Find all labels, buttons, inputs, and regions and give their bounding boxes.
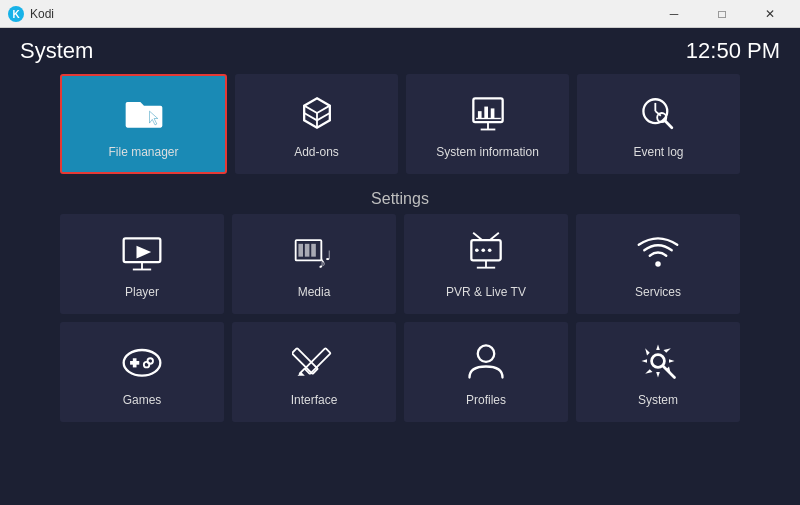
svg-point-32 (481, 248, 485, 252)
system-settings-label: System (638, 393, 678, 407)
tile-games[interactable]: Games (60, 322, 224, 422)
main-content: File manager Add-ons (0, 74, 800, 505)
profiles-label: Profiles (466, 393, 506, 407)
player-icon (118, 229, 166, 277)
svg-point-44 (478, 345, 495, 362)
pvr-icon (462, 229, 510, 277)
svg-text:♩: ♩ (325, 248, 331, 263)
svg-rect-23 (311, 244, 316, 257)
svg-point-33 (488, 248, 492, 252)
kodi-icon: K (8, 6, 24, 22)
svg-marker-19 (137, 246, 152, 259)
svg-rect-8 (484, 107, 488, 119)
games-icon (118, 337, 166, 385)
svg-point-34 (655, 261, 661, 267)
svg-rect-37 (133, 358, 137, 367)
event-log-icon (635, 89, 683, 137)
maximize-button[interactable]: □ (700, 0, 744, 28)
profiles-icon (462, 337, 510, 385)
tile-add-ons[interactable]: Add-ons (235, 74, 398, 174)
svg-rect-22 (305, 244, 310, 257)
svg-point-35 (124, 350, 161, 376)
titlebar-app-name: Kodi (30, 7, 54, 21)
system-info-icon (464, 89, 512, 137)
tile-interface[interactable]: Interface (232, 322, 396, 422)
tile-pvr-live-tv[interactable]: PVR & Live TV (404, 214, 568, 314)
tile-system-information[interactable]: System information (406, 74, 569, 174)
svg-rect-9 (490, 108, 494, 118)
svg-point-39 (144, 362, 150, 368)
app-area: System 12:50 PM File manager (0, 28, 800, 505)
settings-section-title: Settings (60, 182, 740, 214)
add-ons-label: Add-ons (294, 145, 339, 159)
close-button[interactable]: ✕ (748, 0, 792, 28)
tile-media[interactable]: ♪ ♩ Media (232, 214, 396, 314)
settings-grid: Player ♪ ♩ Media (60, 214, 740, 422)
tile-file-manager[interactable]: File manager (60, 74, 227, 174)
system-information-label: System information (436, 145, 539, 159)
event-log-label: Event log (633, 145, 683, 159)
file-manager-icon (120, 89, 168, 137)
system-settings-icon (634, 337, 682, 385)
media-icon: ♪ ♩ (290, 229, 338, 277)
svg-point-31 (475, 248, 479, 252)
tile-profiles[interactable]: Profiles (404, 322, 568, 422)
tile-services[interactable]: Services (576, 214, 740, 314)
top-tiles-row: File manager Add-ons (60, 74, 740, 174)
services-label: Services (635, 285, 681, 299)
services-icon (634, 229, 682, 277)
svg-marker-43 (298, 372, 305, 376)
file-manager-label: File manager (108, 145, 178, 159)
player-label: Player (125, 285, 159, 299)
tile-player[interactable]: Player (60, 214, 224, 314)
page-title: System (20, 38, 93, 64)
svg-text:K: K (12, 9, 20, 20)
title-bar: K Kodi ─ □ ✕ (0, 0, 800, 28)
add-ons-icon (293, 89, 341, 137)
tile-system[interactable]: System (576, 322, 740, 422)
minimize-button[interactable]: ─ (652, 0, 696, 28)
interface-icon (290, 337, 338, 385)
interface-label: Interface (291, 393, 338, 407)
svg-point-45 (652, 355, 665, 368)
clock-display: 12:50 PM (686, 38, 780, 64)
title-bar-controls: ─ □ ✕ (652, 0, 792, 28)
title-bar-left: K Kodi (8, 6, 54, 22)
tile-event-log[interactable]: Event log (577, 74, 740, 174)
app-header: System 12:50 PM (0, 28, 800, 74)
svg-rect-7 (477, 111, 481, 118)
pvr-label: PVR & Live TV (446, 285, 526, 299)
games-label: Games (123, 393, 162, 407)
svg-rect-21 (298, 244, 303, 257)
media-label: Media (298, 285, 331, 299)
